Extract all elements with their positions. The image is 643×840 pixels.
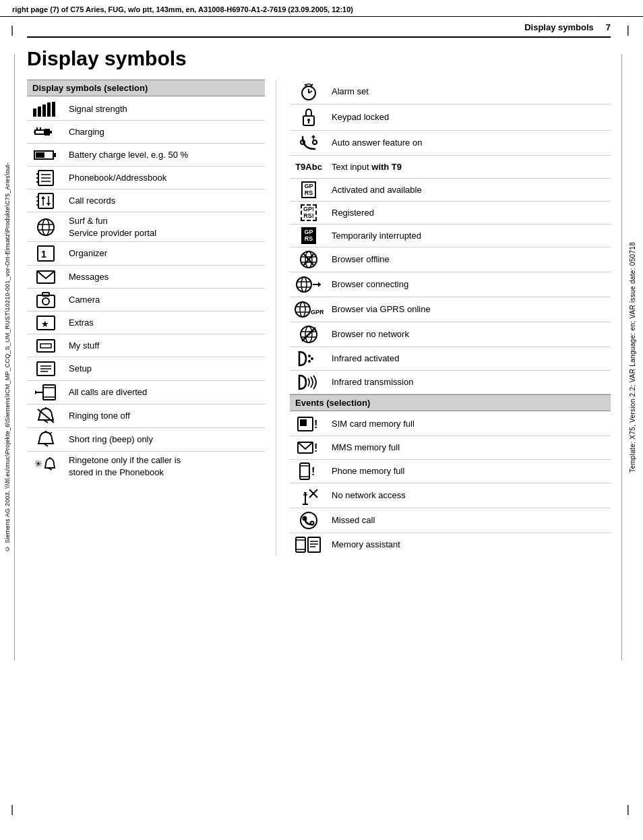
icon-setup — [30, 359, 62, 378]
svg-rect-36 — [37, 295, 55, 307]
svg-point-29 — [38, 219, 54, 235]
svg-text:!: ! — [314, 419, 317, 430]
svg-point-70 — [313, 140, 317, 144]
svg-point-86 — [300, 302, 305, 317]
page-header-title: Display symbols — [524, 22, 594, 32]
label-camera: Camera — [69, 294, 100, 306]
svg-point-115 — [311, 522, 314, 525]
label-browser-offline: Browser offline — [332, 253, 390, 266]
svg-point-113 — [301, 512, 317, 529]
svg-marker-84 — [318, 282, 321, 287]
gprs-active-box: GPRS — [301, 181, 315, 199]
right-sidebar-text: Template: X75, Version 2.2; VAR Language… — [629, 242, 636, 473]
page-number: 7 — [606, 22, 611, 32]
row-alarm: Alarm set — [290, 80, 611, 104]
svg-rect-0 — [33, 109, 36, 117]
label-gprs-active: Activated and available — [332, 184, 422, 196]
icon-alarm — [293, 82, 325, 102]
label-mms-full: MMS memory full — [332, 442, 400, 454]
svg-point-97 — [308, 360, 311, 363]
row-interrupted: GPRS Temporarily interrupted — [290, 224, 611, 247]
row-infrared-tx: Infrared transmission — [290, 371, 611, 394]
row-browser-nonet: Browser no network — [290, 322, 611, 347]
row-surffun: Surf & funService provider portal — [27, 212, 265, 242]
icon-mms-full: ! — [293, 438, 325, 457]
svg-point-80 — [301, 277, 307, 292]
row-keypadlocked: Keypad locked — [290, 104, 611, 131]
left-sidebar: © Siemens AG 2003, \\\ltl.eu\muc\Projekt… — [0, 54, 15, 661]
label-shortring: Short ring (beep) only — [69, 433, 153, 446]
svg-point-85 — [295, 302, 310, 317]
label-infrared-active: Infrared activated — [332, 353, 399, 365]
label-missed-call: Missed call — [332, 514, 375, 527]
label-registered: Registered — [332, 207, 374, 219]
row-sim-full: ! SIM card memory full — [290, 413, 611, 436]
row-browser-offline: Browser offline — [290, 247, 611, 272]
svg-rect-13 — [36, 152, 44, 158]
label-browser-gprs: Browser via GPRS online — [332, 303, 431, 316]
icon-interrupted: GPRS — [293, 227, 325, 245]
icon-infrared-active — [293, 349, 325, 368]
row-t9: T9Abc Text input with T9 — [290, 156, 611, 179]
icon-phone-mem-full: ! — [293, 462, 325, 481]
icon-t9: T9Abc — [293, 162, 325, 172]
label-sim-full: SIM card memory full — [332, 418, 415, 430]
top-bar: right page (7) of C75 Aries, FUG, w/o pt… — [0, 0, 643, 17]
icon-organizer: 1 — [30, 244, 62, 263]
label-diverted: All calls are diverted — [69, 386, 147, 398]
label-keypadlocked: Keypad locked — [332, 111, 389, 123]
svg-rect-41 — [37, 340, 55, 352]
svg-rect-2 — [42, 104, 46, 117]
svg-rect-1 — [38, 107, 41, 117]
row-registered: GP!RS! Registered — [290, 202, 611, 224]
svg-rect-4 — [52, 102, 55, 117]
corner-bl: | — [11, 804, 13, 816]
label-ringphonebook: Ringetone only if the caller isstored in… — [69, 454, 181, 478]
svg-marker-72 — [311, 135, 315, 138]
label-autoanswer: Auto answer feature on — [332, 137, 422, 149]
svg-point-37 — [42, 298, 49, 305]
label-browser-nonet: Browser no network — [332, 328, 409, 340]
main-title: Display symbols — [27, 47, 611, 70]
svg-rect-3 — [47, 102, 51, 117]
label-battery: Battery charge level, e.g. 50 % — [69, 149, 188, 161]
events-section-header: Events (selection) — [290, 394, 611, 411]
row-browser-connecting: Browser connecting — [290, 272, 611, 297]
label-phone-mem-full: Phone memory full — [332, 465, 404, 477]
icon-browser-offline — [293, 249, 325, 270]
label-charging: Charging — [69, 126, 104, 138]
icon-phonebook — [30, 169, 62, 187]
icon-extras: ★ — [30, 314, 62, 332]
icon-ringphonebook: ✳ — [30, 456, 62, 477]
row-extras: ★ Extras — [27, 311, 265, 334]
svg-text:!: ! — [311, 466, 315, 477]
svg-rect-21 — [38, 193, 53, 208]
svg-line-94 — [302, 328, 315, 341]
row-mystuff: My stuff — [27, 334, 265, 357]
icon-missed-call — [293, 510, 325, 531]
row-camera: Camera — [27, 289, 265, 311]
icon-shortring — [30, 430, 62, 449]
label-ringoff: Ringing tone off — [69, 410, 130, 422]
svg-point-30 — [42, 219, 49, 235]
icon-sim-full: ! — [293, 415, 325, 433]
label-no-network: No network access — [332, 489, 406, 502]
row-missed-call: Missed call — [290, 508, 611, 533]
label-infrared-tx: Infrared transmission — [332, 376, 413, 388]
row-memory-assistant: Memory assistant — [290, 533, 611, 556]
corner-tr: | — [627, 24, 630, 36]
icon-browser-gprs: GPRS — [293, 299, 325, 320]
row-charging: Charging — [27, 121, 265, 144]
icon-charging — [30, 125, 62, 140]
label-phonebook: Phonebook/Addressbook — [69, 172, 166, 184]
icon-browser-nonet — [293, 324, 325, 344]
icon-callrecords — [30, 192, 62, 210]
icon-signal-strength — [30, 102, 62, 117]
label-extras: Extras — [69, 317, 94, 329]
svg-point-67 — [307, 119, 310, 121]
label-organizer: Organizer — [69, 247, 107, 260]
t9-label: T9Abc — [295, 162, 322, 172]
svg-marker-51 — [35, 390, 38, 394]
icon-mystuff — [30, 337, 62, 355]
label-interrupted: Temporarily interrupted — [332, 230, 421, 242]
